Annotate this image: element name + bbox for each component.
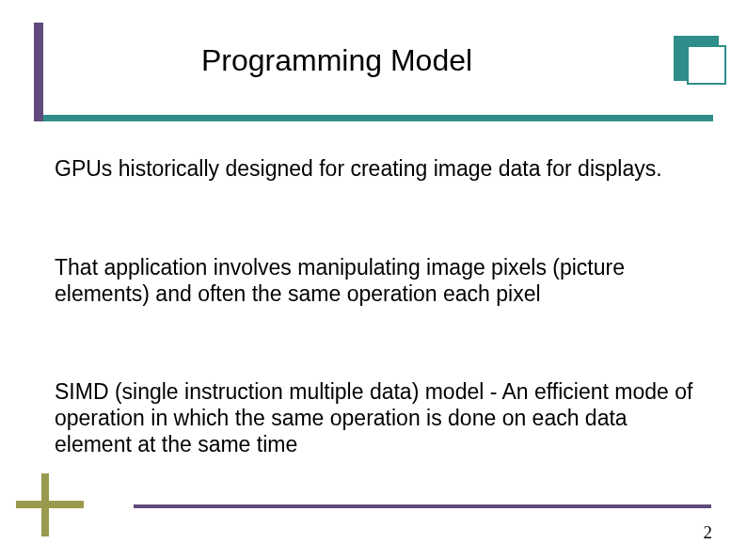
page-number: 2 — [704, 522, 713, 543]
accent-bar-vertical — [34, 23, 43, 121]
corner-square-front — [687, 45, 726, 85]
paragraph-1: GPUs historically designed for creating … — [55, 155, 694, 182]
slide-title: Programming Model — [201, 43, 472, 78]
paragraph-3: SIMD (single instruction multiple data) … — [55, 378, 694, 457]
footer-rule — [134, 504, 711, 508]
plus-icon-horizontal — [16, 501, 84, 508]
paragraph-2: That application involves manipulating i… — [55, 254, 694, 307]
title-underline — [43, 115, 713, 121]
